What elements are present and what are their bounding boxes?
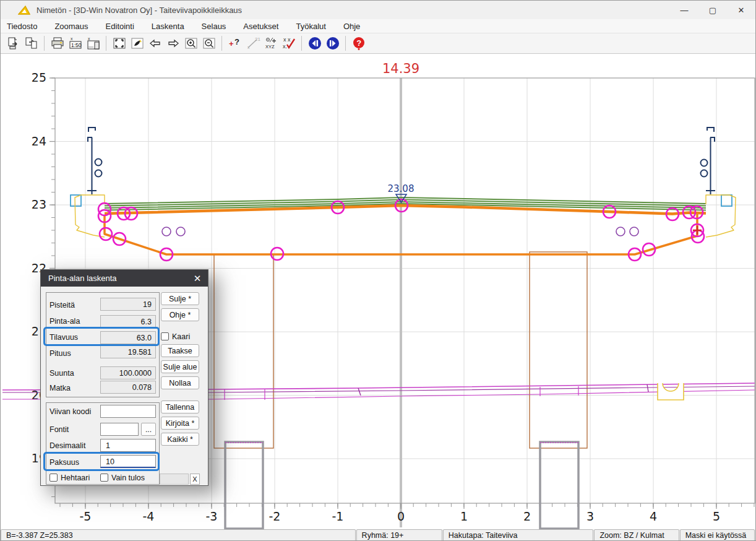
nollaa-button[interactable]: Nollaa	[161, 376, 199, 389]
menu-item-editointi[interactable]: Editointi	[97, 20, 143, 32]
svg-text:?: ?	[356, 38, 361, 48]
ohje-button[interactable]: Ohje *	[161, 308, 199, 321]
pinta-ala-field: 6.3	[100, 315, 156, 328]
menu-item-laskenta[interactable]: Laskenta	[143, 20, 193, 32]
railing-post-circle	[701, 160, 708, 167]
app-window: Nimetön - [3D-Win Novatron Oy] - Taitevi…	[0, 0, 756, 541]
maximize-button[interactable]: ▢	[698, 1, 727, 19]
taakse-button[interactable]: Taakse	[161, 344, 199, 357]
tilavuus-label: Tilavuus	[49, 333, 78, 342]
x-axis-label: -3	[206, 509, 218, 523]
close-button[interactable]: ✕	[727, 1, 755, 19]
viivan-koodi-label: Viivan koodi	[49, 407, 91, 416]
zoom-in-icon[interactable]	[183, 35, 199, 52]
desimaalit-label: Desimaalit	[49, 441, 85, 450]
svg-text:x x: x x	[283, 37, 291, 43]
vain-tulos-checkbox[interactable]	[100, 474, 108, 482]
page-setup-icon[interactable]: x	[85, 35, 101, 52]
svg-text:XYZ: XYZ	[265, 44, 275, 50]
hehtaari-checkbox[interactable]	[49, 474, 58, 482]
fontit-label: Fontit	[49, 425, 69, 434]
sulje-alue-button[interactable]: Sulje alue	[161, 360, 199, 373]
status-bar: B=-3.387 Z=25.383Ryhmä: 19+Hakutapa: Tai…	[1, 529, 755, 541]
pier-brown-right	[530, 252, 587, 448]
ground-tick-2	[647, 384, 648, 392]
y-axis-label: 24	[32, 134, 46, 148]
tallenna-button[interactable]: Tallenna	[161, 400, 199, 413]
view-forward-icon[interactable]	[165, 35, 181, 52]
toolbar-separator	[221, 36, 222, 51]
station-label: 14.39	[382, 61, 419, 76]
drawing-canvas[interactable]: -5-4-3-2-10123452524232221201923.0814.39…	[1, 54, 756, 529]
dialog-title: Pinta-alan laskenta	[48, 274, 117, 283]
pier-gray-left	[225, 442, 263, 529]
menu-item-zoomaus[interactable]: Zoomaus	[46, 20, 97, 32]
x-axis-label: -5	[80, 509, 92, 523]
point-id-icon[interactable]: +?	[226, 35, 243, 52]
menu-bar: TiedostoZoomausEditointiLaskentaSelausAs…	[1, 19, 755, 33]
menu-item-asetukset[interactable]: Asetukset	[234, 20, 287, 32]
x-axis-label: 5	[713, 509, 720, 523]
desimaalit-input[interactable]: 1	[100, 439, 156, 452]
menu-item-selaus[interactable]: Selaus	[193, 20, 235, 32]
menu-item-ohje[interactable]: Ohje	[335, 20, 369, 32]
app-logo-icon	[18, 5, 30, 15]
kaikki-button[interactable]: Kaikki *	[161, 433, 199, 446]
fontit-input[interactable]	[100, 423, 139, 436]
x-axis-label: -2	[269, 509, 281, 523]
pisteita-label: Pisteitä	[49, 301, 75, 309]
svg-text:x: x	[71, 37, 73, 41]
x-axis-label: -1	[332, 509, 344, 523]
suunta-label: Suunta	[49, 369, 74, 378]
paksuus-label: Paksuus	[49, 458, 79, 467]
status-mask: Maski ei käytössä	[680, 529, 755, 541]
approve-icon[interactable]: x xx.	[280, 35, 297, 52]
elevation-label: 23.08	[388, 183, 415, 194]
y-axis-label: 23	[32, 197, 46, 211]
x-button[interactable]: X	[190, 474, 200, 485]
minimize-button[interactable]: —	[670, 1, 698, 19]
view-back-icon[interactable]	[147, 35, 163, 52]
file-read-icon[interactable]	[5, 35, 22, 52]
suunta-field: 100.0000	[100, 366, 156, 379]
svg-text:x.: x.	[283, 43, 287, 50]
pan-icon[interactable]	[129, 35, 145, 52]
status-coordinates: B=-3.387 Z=25.383	[1, 529, 356, 541]
status-zoom-mode: Zoom: BZ / Kulmat	[594, 529, 679, 541]
y-axis-label: 25	[32, 71, 46, 84]
zoom-extents-icon[interactable]	[111, 35, 127, 52]
help-icon[interactable]: ?	[350, 35, 367, 52]
railing-post-circle	[701, 170, 708, 177]
ground-tick-1	[358, 388, 361, 396]
status-group: Ryhmä: 19+	[356, 529, 442, 541]
profile-prev-icon[interactable]	[306, 35, 323, 52]
railing-post-circle	[95, 159, 102, 166]
toolbar-separator	[44, 36, 45, 51]
marker-square-right	[721, 195, 732, 206]
fontit-browse-button[interactable]: ...	[141, 423, 156, 436]
menu-item-ty-kalut[interactable]: Työkalut	[287, 20, 334, 32]
kaari-label: Kaari	[172, 332, 190, 341]
kirjoita-button[interactable]: Kirjoita *	[161, 417, 199, 430]
reference-point-circle	[176, 227, 185, 236]
sulje-button[interactable]: Sulje *	[161, 292, 199, 305]
viivan-koodi-input[interactable]	[100, 405, 156, 418]
dialog-title-bar[interactable]: Pinta-alan laskenta	[41, 270, 208, 287]
pinta-ala-label: Pinta-ala	[49, 317, 80, 326]
xyz-icon[interactable]: XYZ	[262, 35, 279, 52]
reference-point-circle	[162, 227, 171, 236]
profile-next-icon[interactable]	[324, 35, 341, 52]
menu-item-tiedosto[interactable]: Tiedosto	[0, 20, 46, 32]
dialog-close-icon[interactable]: ✕	[191, 272, 204, 285]
file-write-icon[interactable]	[23, 35, 40, 52]
zoom-out-icon[interactable]	[200, 35, 217, 52]
x-axis-label: 3	[586, 509, 594, 523]
x-axis-label: -4	[143, 509, 155, 523]
measure-icon[interactable]: x21	[244, 35, 261, 52]
x-axis-label: 1	[460, 509, 468, 523]
kaari-checkbox[interactable]	[161, 332, 169, 340]
scale-icon[interactable]: x1:50	[67, 35, 84, 52]
print-icon[interactable]	[49, 35, 66, 52]
paksuus-input[interactable]: 10	[100, 455, 156, 468]
matka-label: Matka	[49, 384, 71, 392]
